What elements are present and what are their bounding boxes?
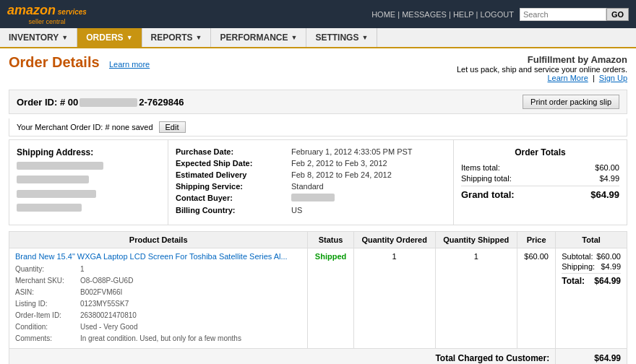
logout-link[interactable]: LOGOUT [480,10,513,19]
fulfillment-signup-link[interactable]: Sign Up [599,74,627,82]
shipping-title: Shipping Address: [17,147,160,157]
fulfillment-learn-link[interactable]: Learn More [548,74,588,82]
logo-subtitle: seller central [7,18,87,25]
contact-buyer-label: Contact Buyer: [176,194,291,203]
expected-ship-value: Feb 2, 2012 to Feb 3, 2012 [291,159,387,168]
meta-order-item: Order-Item ID:26380021470810 [15,310,301,321]
page-title-area: Order Details Learn more [9,54,150,71]
grand-total-row: Grand total: $64.99 [461,186,619,200]
nav-orders[interactable]: ORDERS ▼ [77,28,142,47]
help-link[interactable]: HELP [453,10,474,19]
order-totals-title: Order Totals [461,147,619,157]
order-totals-column: Order Totals Items total: $60.00 Shippin… [453,140,627,225]
fulfillment-links: Learn More | Sign Up [457,74,627,82]
merchant-order-label: Your Merchant Order ID: # none saved [17,123,153,131]
meta-comments: Comments:In great condition. Used, but o… [15,333,301,344]
col-product-details: Product Details [9,232,308,248]
shipping-label: Shipping: [562,262,595,271]
col-price: Price [517,232,556,248]
home-link[interactable]: HOME [371,10,395,19]
purchase-date-label: Purchase Date: [176,147,291,156]
meta-asin: ASIN:B002FVM66I [15,287,301,298]
nav-settings[interactable]: SETTINGS ▼ [306,28,377,47]
total-charged-label-cell: Total Charged to Customer: [9,349,556,365]
col-qty-ordered: Quantity Ordered [353,232,435,248]
col-total: Total [556,232,627,248]
product-details-cell: Brand New 15.4" WXGA Laptop LCD Screen F… [9,248,308,349]
order-id-bar: Order ID: # 002-7629846 Print order pack… [9,90,627,114]
col-qty-shipped: Quantity Shipped [435,232,517,248]
total-cell: Subtotal: $60.00 Shipping: $4.99 Total: … [556,248,627,349]
contact-buyer-row: Contact Buyer: [176,194,446,203]
table-header-row: Product Details Status Quantity Ordered … [9,232,627,248]
order-info-column: Purchase Date: February 1, 2012 4:33:05 … [168,140,453,225]
grand-total-label: Grand total: [461,189,515,200]
search-input[interactable] [520,8,606,21]
items-total-row: Items total: $60.00 [461,163,619,172]
shipping-service-row: Shipping Service: Standard [176,182,446,191]
total-label: Total: [562,276,585,286]
shipping-address [17,162,160,215]
chevron-down-icon: ▼ [61,34,68,41]
details-inner: Shipping Address: Purchase Date: Februar… [9,140,627,225]
search-button[interactable]: GO [606,8,629,21]
header-links: HOME | MESSAGES | HELP | LOGOUT [371,10,514,19]
estimated-delivery-row: Estimated Delivery Feb 8, 2012 to Feb 24… [176,170,446,179]
qty-ordered-cell: 1 [353,248,435,349]
meta-listing: Listing ID:0123MY55SK7 [15,298,301,310]
messages-link[interactable]: MESSAGES [402,10,447,19]
subtotal-label: Subtotal: [562,252,593,261]
billing-country-label: Billing Country: [176,206,291,214]
meta-condition: Condition:Used - Very Good [15,321,301,333]
merchant-order-row: Your Merchant Order ID: # none saved Edi… [9,118,627,136]
shipping-value: $4.99 [601,262,621,271]
meta-quantity: Quantity:1 [15,264,301,275]
fulfillment-desc: Let us pack, ship and service your onlin… [457,65,627,74]
col-status: Status [308,232,353,248]
expected-ship-row: Expected Ship Date: Feb 2, 2012 to Feb 3… [176,159,446,168]
learn-more-link[interactable]: Learn more [109,60,150,69]
estimated-delivery-label: Estimated Delivery [176,170,291,179]
product-status-cell: Shipped [308,248,353,349]
meta-sku: Merchant SKU:O8-O88P-GU6D [15,275,301,287]
billing-country-row: Billing Country: US [176,206,446,214]
nav-performance[interactable]: PERFORMANCE ▼ [211,28,306,47]
nav-reports[interactable]: REPORTS ▼ [142,28,212,47]
amazon-logo: amazon services [7,3,87,18]
product-meta: Quantity:1 Merchant SKU:O8-O88P-GU6D ASI… [15,264,301,344]
navigation: INVENTORY ▼ ORDERS ▼ REPORTS ▼ PERFORMAN… [0,28,636,48]
items-total-label: Items total: [461,163,500,172]
fulfillment-box: Fulfillment by Amazon Let us pack, ship … [457,54,627,82]
content: Order Details Learn more Fulfillment by … [0,48,636,364]
header: amazon services seller central HOME | ME… [0,0,636,28]
items-total-value: $60.00 [595,163,619,172]
shipping-service-value: Standard [291,182,324,191]
chevron-down-icon: ▼ [126,34,133,41]
chevron-down-icon: ▼ [361,34,368,41]
chevron-down-icon: ▼ [196,34,202,41]
table-row: Brand New 15.4" WXGA Laptop LCD Screen F… [9,248,627,349]
status-shipped: Shipped [315,252,346,261]
page-title: Order Details [9,54,100,70]
purchase-date-row: Purchase Date: February 1, 2012 4:33:05 … [176,147,446,156]
grand-total-value: $64.99 [590,189,619,200]
contact-buyer-value [291,194,335,203]
shipping-total-label: Shipping total: [461,174,512,183]
expected-ship-label: Expected Ship Date: [176,159,291,168]
estimated-delivery-value: Feb 8, 2012 to Feb 24, 2012 [291,170,392,179]
print-order-button[interactable]: Print order packing slip [523,95,619,109]
subtotal-value: $60.00 [596,252,621,261]
purchase-date-value: February 1, 2012 4:33:05 PM PST [291,147,413,156]
nav-inventory[interactable]: INVENTORY ▼ [0,28,77,47]
edit-merchant-order-button[interactable]: Edit [159,121,186,133]
chevron-down-icon: ▼ [291,34,298,41]
header-right: HOME | MESSAGES | HELP | LOGOUT GO [371,8,629,21]
shipping-total-value: $4.99 [599,174,619,183]
page-title-row: Order Details Learn more Fulfillment by … [9,54,627,82]
billing-country-value: US [291,206,302,214]
details-section: Shipping Address: Purchase Date: Februar… [9,139,627,225]
logo-area: amazon services seller central [7,3,87,25]
fulfillment-title: Fulfillment by Amazon [457,54,627,65]
qty-shipped-cell: 1 [435,248,517,349]
product-name-link[interactable]: Brand New 15.4" WXGA Laptop LCD Screen F… [15,252,288,261]
